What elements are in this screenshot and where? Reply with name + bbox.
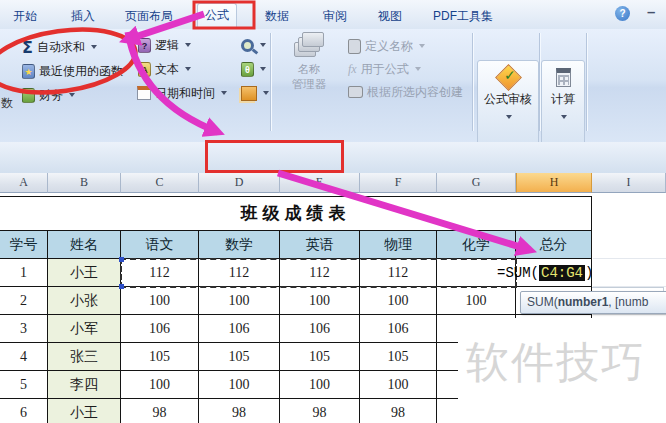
chevron-down-icon[interactable] <box>185 67 191 71</box>
cell[interactable]: 100 <box>121 287 199 315</box>
cell[interactable]: 106 <box>199 315 280 343</box>
cell[interactable]: 4 <box>0 343 48 371</box>
insert-function-partial-label[interactable]: 数 <box>1 95 13 112</box>
cell[interactable]: 106 <box>280 315 360 343</box>
column-header-a[interactable]: A <box>0 173 48 193</box>
selection-handle[interactable] <box>119 257 124 262</box>
cell[interactable]: 100 <box>360 371 437 399</box>
tab-formulas[interactable]: 公式 <box>197 3 237 30</box>
tab-page-layout[interactable]: 页面布局 <box>118 5 180 28</box>
cell[interactable]: 3 <box>0 315 48 343</box>
column-header-f[interactable]: F <box>360 173 437 193</box>
cell[interactable]: 106 <box>121 315 199 343</box>
header-name[interactable]: 姓名 <box>48 231 121 259</box>
column-header-d[interactable]: D <box>199 173 280 193</box>
header-math[interactable]: 数学 <box>199 231 280 259</box>
text-button[interactable]: A 文本 <box>138 60 191 78</box>
cell[interactable]: 100 <box>360 287 437 315</box>
chevron-down-icon[interactable] <box>69 93 75 97</box>
column-header-g[interactable]: G <box>437 173 516 193</box>
cell[interactable]: 105 <box>280 343 360 371</box>
excel-window: 开始 插入 页面布局 公式 数据 审阅 视图 PDF工具集 ? – 数 Σ 自动… <box>0 0 666 423</box>
cell[interactable]: 小军 <box>48 315 121 343</box>
selection-handle[interactable] <box>119 284 124 289</box>
autosum-button[interactable]: Σ 自动求和 <box>22 38 97 56</box>
selection-marching-ants <box>120 258 517 288</box>
cell[interactable]: 100 <box>199 287 280 315</box>
define-name-button[interactable]: 定义名称 <box>348 37 425 55</box>
header-student-id[interactable]: 学号 <box>0 231 48 259</box>
name-manager-button[interactable]: 名称 管理器 <box>276 32 342 92</box>
formula-auditing-button[interactable]: ✓ 公式审核 <box>477 60 539 148</box>
cell[interactable]: 2 <box>0 287 48 315</box>
function-tooltip: SUM(number1, [numb <box>520 291 666 314</box>
cell[interactable]: 李四 <box>48 371 121 399</box>
help-icon[interactable]: ? <box>615 6 630 21</box>
tab-view[interactable]: 视图 <box>371 5 409 28</box>
cell[interactable]: 98 <box>360 399 437 423</box>
more-functions-button[interactable] <box>241 84 269 102</box>
header-chemistry[interactable]: 化学 <box>437 231 516 259</box>
chevron-down-icon[interactable] <box>185 43 191 47</box>
cell[interactable]: 100 <box>199 371 280 399</box>
create-from-selection-label: 根据所选内容创建 <box>367 84 463 101</box>
formula-prefix: =SUM( <box>497 265 539 281</box>
cell[interactable]: 105 <box>199 343 280 371</box>
cell[interactable]: 100 <box>280 287 360 315</box>
cell[interactable]: 105 <box>121 343 199 371</box>
cell[interactable]: 100 <box>121 371 199 399</box>
table-row: 2 小张 100 100 100 100 100 <box>0 287 592 315</box>
header-english[interactable]: 英语 <box>280 231 360 259</box>
header-physics[interactable]: 物理 <box>360 231 437 259</box>
cell[interactable]: 106 <box>360 315 437 343</box>
cell[interactable]: 小王 <box>48 259 121 287</box>
column-header-c[interactable]: C <box>121 173 199 193</box>
calculator-icon <box>556 68 571 87</box>
recent-functions-button[interactable]: ★ 最近使用的函数 <box>22 62 123 80</box>
calculation-button[interactable]: 计算 <box>541 60 585 148</box>
tooltip-text: , [numb <box>608 295 648 309</box>
tab-pdf-tools[interactable]: PDF工具集 <box>426 5 500 28</box>
cell[interactable]: 1 <box>0 259 48 287</box>
minimize-icon[interactable]: – <box>647 3 655 20</box>
cell[interactable]: 105 <box>360 343 437 371</box>
chevron-down-icon[interactable] <box>260 43 266 47</box>
lookup-reference-button[interactable] <box>241 36 266 54</box>
logical-button[interactable]: ? 逻辑 <box>138 36 191 54</box>
cell[interactable]: 5 <box>0 371 48 399</box>
tab-home[interactable]: 开始 <box>6 5 44 28</box>
cell[interactable]: 98 <box>121 399 199 423</box>
tooltip-text: SUM( <box>527 295 558 309</box>
group-divider <box>539 33 540 131</box>
financial-button[interactable]: 财务 <box>22 86 75 104</box>
cell[interactable]: 100 <box>437 287 516 315</box>
header-chinese[interactable]: 语文 <box>121 231 199 259</box>
cell[interactable]: 98 <box>280 399 360 423</box>
chevron-down-icon[interactable] <box>91 45 97 49</box>
use-in-formula-button[interactable]: fx 用于公式 <box>348 60 421 78</box>
column-header-h-selected[interactable]: H <box>516 173 592 193</box>
cell-edit-formula[interactable]: =SUM(C4:G4) <box>497 261 593 285</box>
column-header-e[interactable]: E <box>280 173 360 193</box>
chevron-down-icon[interactable] <box>221 91 227 95</box>
cell[interactable]: 100 <box>280 371 360 399</box>
date-time-button[interactable]: 日期和时间 <box>137 84 227 102</box>
column-header-i[interactable]: I <box>592 173 666 193</box>
chevron-down-icon[interactable] <box>260 67 266 71</box>
math-trig-button[interactable]: θ <box>241 60 266 78</box>
tab-data[interactable]: 数据 <box>258 5 296 28</box>
tab-insert[interactable]: 插入 <box>64 5 102 28</box>
column-header-b[interactable]: B <box>48 173 121 193</box>
chevron-down-icon[interactable] <box>263 91 269 95</box>
create-from-selection-button[interactable]: 根据所选内容创建 <box>348 83 463 101</box>
tooltip-arg: number1 <box>558 295 609 309</box>
cell[interactable]: 小王 <box>48 399 121 423</box>
cell[interactable]: 6 <box>0 399 48 423</box>
cell[interactable]: 98 <box>199 399 280 423</box>
table-title[interactable]: 班级成绩表 <box>0 196 592 231</box>
cell[interactable]: 张三 <box>48 343 121 371</box>
header-total[interactable]: 总分 <box>516 231 592 259</box>
cell[interactable]: 小张 <box>48 287 121 315</box>
tab-review[interactable]: 审阅 <box>316 5 354 28</box>
cube-icon <box>241 86 257 101</box>
